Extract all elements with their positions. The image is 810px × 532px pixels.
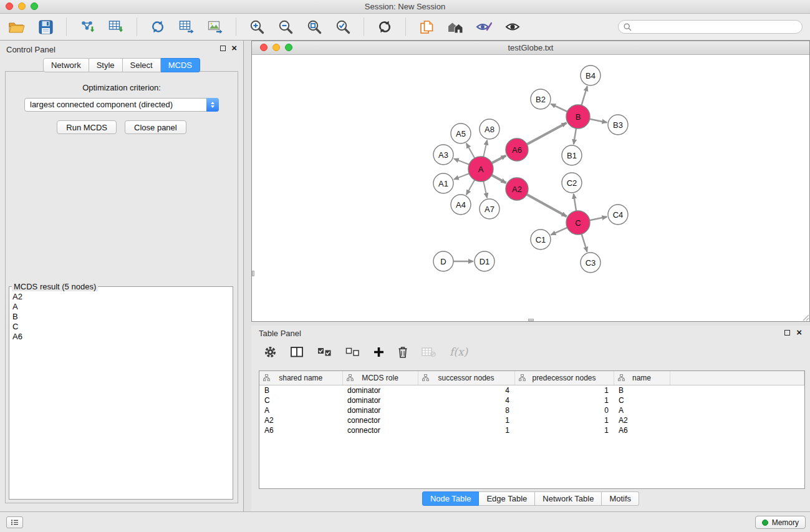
table-cell[interactable]: A: [614, 405, 670, 415]
deselect-all-button[interactable]: [345, 347, 360, 357]
edge-A-A1[interactable]: [454, 173, 470, 179]
close-table-panel-icon[interactable]: ×: [796, 327, 802, 338]
table-cell[interactable]: dominator: [342, 395, 418, 405]
show-hide-panels-button[interactable]: [502, 16, 523, 37]
show-columns-button[interactable]: [291, 347, 304, 357]
table-row[interactable]: Adominator80A: [259, 405, 804, 415]
network-canvas[interactable]: B4B2BB3A5A8A6A3B1AA1C2A4A7A2C4CC1C3DD1: [252, 55, 809, 321]
edge-A-A6[interactable]: [492, 155, 506, 163]
edge-A2-C[interactable]: [527, 195, 567, 216]
table-cell[interactable]: 1: [514, 415, 614, 425]
node-A2[interactable]: A2: [506, 178, 528, 200]
scrollbar-nub[interactable]: [252, 271, 254, 276]
column-header-successor-nodes[interactable]: successor nodes: [418, 371, 514, 385]
open-session-button[interactable]: [6, 16, 27, 37]
edge-A-A3[interactable]: [454, 158, 470, 164]
search-input[interactable]: [635, 22, 797, 32]
run-mcds-button[interactable]: Run MCDS: [57, 120, 117, 134]
close-panel-icon[interactable]: ×: [231, 42, 237, 54]
table-row[interactable]: A2connector11A2: [259, 415, 804, 425]
tab-node-table[interactable]: Node Table: [422, 491, 480, 506]
table-cell[interactable]: 8: [418, 405, 514, 415]
tab-style[interactable]: Style: [89, 58, 123, 72]
tab-edge-table[interactable]: Edge Table: [479, 491, 535, 506]
import-table-from-file-button[interactable]: [105, 16, 127, 37]
column-header-MCDS-role[interactable]: MCDS role: [342, 371, 418, 385]
float-table-panel-icon[interactable]: [784, 330, 790, 336]
node-A4[interactable]: A4: [451, 195, 471, 215]
table-cell[interactable]: connector: [342, 415, 418, 425]
edge-B-B1[interactable]: [574, 128, 576, 144]
network-window-titlebar[interactable]: testGlobe.txt: [252, 41, 809, 55]
style-eye-button[interactable]: [473, 16, 494, 37]
float-panel-icon[interactable]: [220, 46, 226, 51]
mcds-result-item[interactable]: B: [12, 312, 233, 322]
search-box[interactable]: [618, 20, 803, 34]
edge-C-C1[interactable]: [551, 228, 567, 235]
save-session-button[interactable]: [35, 16, 56, 37]
edge-A6-B[interactable]: [527, 123, 567, 144]
node-A8[interactable]: A8: [480, 119, 499, 139]
zoom-in-button[interactable]: [246, 16, 268, 37]
mcds-result-item[interactable]: A6: [12, 332, 233, 342]
edge-A-A7[interactable]: [483, 181, 487, 198]
column-header-shared-name[interactable]: shared name: [259, 371, 342, 385]
memory-button[interactable]: Memory: [755, 516, 806, 529]
table-cell[interactable]: A: [259, 405, 342, 415]
node-B1[interactable]: B1: [562, 145, 582, 165]
table-row[interactable]: Cdominator41C: [259, 395, 804, 405]
close-window-button[interactable]: [6, 2, 13, 10]
table-row[interactable]: Bdominator41B: [259, 385, 804, 396]
mcds-result-item[interactable]: A: [12, 302, 233, 312]
tab-mcds[interactable]: MCDS: [161, 58, 200, 72]
table-cell[interactable]: B: [614, 385, 670, 396]
table-cell[interactable]: A6: [259, 425, 342, 435]
edge-C-C4[interactable]: [590, 217, 607, 221]
table-cell[interactable]: A2: [259, 415, 342, 425]
node-C4[interactable]: C4: [608, 205, 628, 225]
table-cell[interactable]: A2: [614, 415, 670, 425]
maximize-network-window-button[interactable]: [285, 44, 292, 51]
node-B4[interactable]: B4: [581, 65, 600, 85]
select-all-button[interactable]: [317, 347, 332, 357]
node-B3[interactable]: B3: [608, 115, 628, 135]
node-C1[interactable]: C1: [531, 230, 551, 249]
clone-network-button[interactable]: [416, 16, 437, 37]
node-C2[interactable]: C2: [562, 173, 582, 193]
minimize-network-window-button[interactable]: [272, 44, 280, 51]
zoom-out-button[interactable]: [275, 16, 296, 37]
node-B2[interactable]: B2: [531, 89, 551, 109]
table-cell[interactable]: dominator: [342, 405, 418, 415]
edge-B-B3[interactable]: [590, 119, 607, 123]
tab-network-table[interactable]: Network Table: [535, 491, 602, 506]
node-B[interactable]: B: [566, 105, 590, 128]
edge-B-B4[interactable]: [582, 86, 587, 105]
table-cell[interactable]: 4: [418, 395, 514, 405]
node-A6[interactable]: A6: [506, 138, 528, 161]
table-settings-button[interactable]: [264, 346, 277, 359]
edge-B-B2[interactable]: [551, 104, 567, 112]
edge-A-A8[interactable]: [483, 140, 487, 157]
node-A5[interactable]: A5: [451, 123, 471, 143]
minimize-window-button[interactable]: [18, 2, 26, 10]
scrollbar-nub[interactable]: [528, 319, 534, 321]
node-A3[interactable]: A3: [433, 145, 453, 165]
node-C3[interactable]: C3: [581, 253, 600, 273]
table-cell[interactable]: 1: [514, 385, 614, 396]
table-cell[interactable]: connector: [342, 425, 418, 435]
table-cell[interactable]: 4: [418, 385, 514, 396]
apply-layout-button[interactable]: [374, 16, 395, 37]
optimization-dropdown[interactable]: largest connected component (directed): [24, 98, 219, 112]
node-D[interactable]: D: [433, 251, 453, 271]
node-C[interactable]: C: [566, 211, 590, 235]
resize-grip-icon[interactable]: [801, 313, 809, 321]
task-history-button[interactable]: [6, 516, 23, 528]
tab-network[interactable]: Network: [43, 58, 89, 72]
table-cell[interactable]: 0: [514, 405, 614, 415]
table-cell[interactable]: A6: [614, 425, 670, 435]
edge-A-A2[interactable]: [492, 175, 506, 183]
table-cell[interactable]: 1: [418, 415, 514, 425]
table-row[interactable]: A6connector11A6: [259, 425, 804, 435]
close-panel-button[interactable]: Close panel: [125, 120, 186, 134]
export-image-button[interactable]: [205, 16, 226, 37]
